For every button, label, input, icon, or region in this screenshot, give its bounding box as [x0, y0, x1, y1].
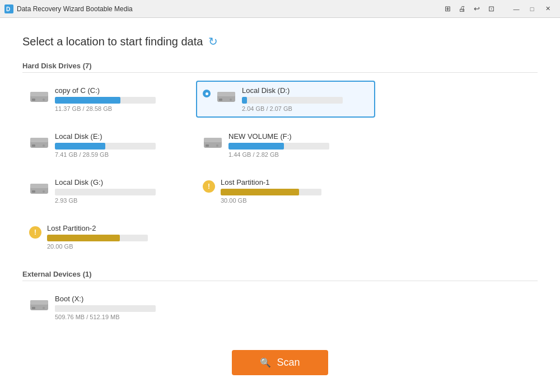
svg-rect-11	[30, 138, 48, 142]
drive-size-f: 1.44 GB / 2.82 GB	[228, 151, 363, 158]
drive-info-g: Local Disk (G:) 2.93 GB	[55, 178, 189, 204]
drive-size-lp1: 30.00 GB	[221, 197, 363, 204]
external-devices-label: External Devices (1)	[22, 270, 538, 281]
search-icon: 🔍	[260, 357, 271, 368]
progress-fill-lp2	[47, 235, 120, 241]
drive-size-x: 509.76 MB / 512.19 MB	[55, 314, 189, 320]
drive-size-e: 7.41 GB / 28.59 GB	[55, 151, 189, 158]
svg-rect-20	[32, 190, 35, 193]
svg-point-17	[216, 144, 218, 147]
scan-area: 🔍 Scan	[22, 339, 538, 381]
drive-item-f[interactable]: NEW VOLUME (F:) 1.44 GB / 2.82 GB	[196, 127, 370, 164]
main-content: Select a location to start finding data …	[0, 18, 560, 392]
close-button[interactable]: ✕	[540, 2, 556, 16]
progress-fill-e	[55, 143, 105, 150]
svg-rect-15	[204, 138, 222, 142]
toolbar-icon-2[interactable]: 🖨	[456, 3, 468, 15]
drive-name-e: Local Disk (E:)	[55, 132, 189, 141]
progress-bar-f	[228, 143, 329, 150]
drive-info-x: Boot (X:) 509.76 MB / 512.19 MB	[55, 295, 189, 320]
drive-item-x[interactable]: Boot (X:) 509.76 MB / 512.19 MB	[22, 289, 196, 326]
hdd-icon-x	[29, 297, 49, 312]
progress-fill-f	[228, 143, 284, 150]
drive-size-c: 11.37 GB / 28.58 GB	[55, 105, 189, 112]
page-title: Select a location to start finding data	[22, 35, 203, 48]
drive-name-f: NEW VOLUME (F:)	[228, 132, 363, 141]
svg-rect-23	[30, 300, 48, 305]
hdd-icon-d	[216, 88, 236, 104]
toolbar-icon-1[interactable]: ⊞	[441, 3, 454, 15]
drive-item-lp2[interactable]: ! Lost Partition-2 20.00 GB	[22, 218, 196, 255]
svg-rect-19	[30, 184, 48, 188]
svg-point-21	[43, 190, 45, 193]
maximize-button[interactable]: □	[524, 2, 540, 16]
hard-disk-drives-grid: copy of C (C:) 11.37 GB / 28.58 GB	[22, 81, 538, 255]
hdd-icon-c	[29, 88, 49, 104]
lost-partition-icon-2: !	[29, 226, 41, 239]
title-bar-left: D Data Recovery Wizard Bootable Media	[4, 4, 133, 13]
hdd-icon-e	[29, 134, 49, 150]
progress-bar-lp2	[47, 235, 148, 241]
drive-name-lp1: Lost Partition-1	[221, 178, 363, 186]
drive-size-lp2: 20.00 GB	[47, 243, 189, 250]
title-bar: D Data Recovery Wizard Bootable Media ⊞ …	[0, 0, 560, 18]
minimize-button[interactable]: —	[508, 2, 524, 16]
drive-name-x: Boot (X:)	[55, 295, 189, 303]
svg-rect-7	[217, 92, 235, 96]
drive-size-g: 2.93 GB	[55, 197, 189, 204]
page-header: Select a location to start finding data …	[22, 35, 538, 48]
drive-item-g[interactable]: Local Disk (G:) 2.93 GB	[22, 172, 196, 209]
hdd-icon-g	[29, 180, 49, 196]
svg-rect-12	[32, 144, 35, 147]
progress-bar-g	[55, 189, 156, 195]
drive-info-f: NEW VOLUME (F:) 1.44 GB / 2.82 GB	[228, 132, 363, 158]
hdd-icon-f	[203, 134, 223, 150]
progress-bar-x	[55, 305, 156, 312]
drive-info-c: copy of C (C:) 11.37 GB / 28.58 GB	[55, 86, 189, 112]
progress-bar-c	[55, 97, 156, 104]
toolbar-icon-3[interactable]: ↩	[470, 3, 483, 15]
radio-circle-d	[203, 90, 211, 97]
drive-name-c: copy of C (C:)	[55, 86, 189, 95]
hard-disk-drives-label: Hard Disk Drives (7)	[22, 62, 538, 73]
hard-disk-drives-section: Hard Disk Drives (7) copy of C (C:)	[22, 62, 538, 255]
drive-name-lp2: Lost Partition-2	[47, 224, 189, 232]
drive-name-g: Local Disk (G:)	[55, 178, 189, 186]
svg-point-13	[43, 144, 45, 147]
toolbar-icon-4[interactable]: ⊡	[485, 3, 497, 15]
progress-bar-lp1	[221, 189, 321, 195]
toolbar-icons: ⊞ 🖨 ↩ ⊡	[441, 3, 497, 15]
window-title: Data Recovery Wizard Bootable Media	[17, 5, 133, 13]
external-devices-section: External Devices (1) Boot (X:)	[22, 270, 538, 326]
lost-partition-icon-1: !	[203, 180, 215, 193]
svg-rect-4	[32, 99, 35, 101]
svg-point-5	[43, 99, 45, 101]
external-devices-grid: Boot (X:) 509.76 MB / 512.19 MB	[22, 289, 538, 326]
scan-button-label: Scan	[277, 357, 300, 368]
progress-fill-lp1	[221, 189, 299, 195]
svg-rect-8	[219, 99, 222, 101]
svg-rect-3	[30, 92, 48, 96]
drive-info-lp1: Lost Partition-1 30.00 GB	[221, 178, 363, 204]
drive-item-e[interactable]: Local Disk (E:) 7.41 GB / 28.59 GB	[22, 127, 196, 164]
progress-bar-d	[242, 97, 343, 104]
drive-info-lp2: Lost Partition-2 20.00 GB	[47, 224, 189, 250]
drive-name-d: Local Disk (D:)	[242, 86, 368, 95]
svg-rect-24	[32, 307, 35, 309]
progress-bar-e	[55, 143, 156, 150]
drive-item-d[interactable]: Local Disk (D:) 2.04 GB / 2.07 GB	[196, 81, 375, 118]
progress-fill-c	[55, 97, 120, 104]
svg-point-25	[43, 307, 45, 309]
svg-rect-16	[206, 144, 209, 147]
drive-info-e: Local Disk (E:) 7.41 GB / 28.59 GB	[55, 132, 189, 158]
svg-text:D: D	[6, 6, 10, 12]
drive-size-d: 2.04 GB / 2.07 GB	[242, 105, 368, 112]
drive-info-d: Local Disk (D:) 2.04 GB / 2.07 GB	[242, 86, 368, 112]
app-icon: D	[4, 4, 13, 13]
progress-fill-d	[242, 97, 247, 104]
svg-point-9	[230, 99, 232, 101]
refresh-icon[interactable]: ↻	[208, 35, 218, 48]
drive-item-lp1[interactable]: ! Lost Partition-1 30.00 GB	[196, 172, 370, 209]
drive-item-c[interactable]: copy of C (C:) 11.37 GB / 28.58 GB	[22, 81, 196, 118]
scan-button[interactable]: 🔍 Scan	[232, 350, 328, 375]
